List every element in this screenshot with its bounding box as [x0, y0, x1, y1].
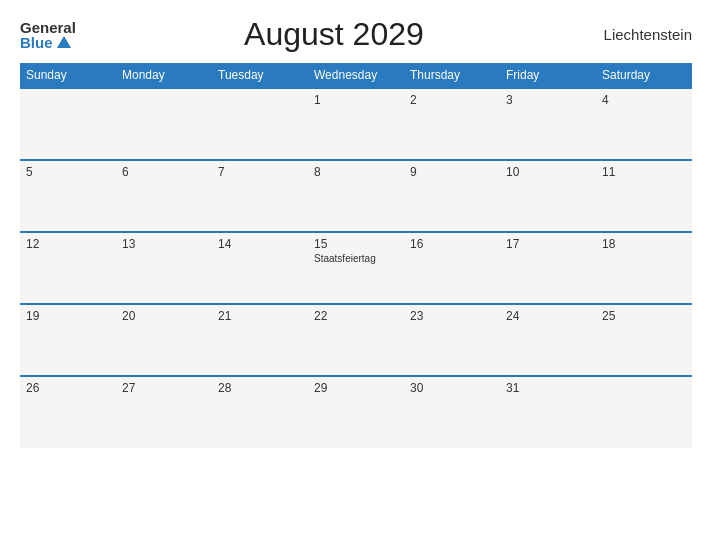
day-cell-w2-d0: 5 [20, 160, 116, 232]
day-cell-w3-d4: 16 [404, 232, 500, 304]
col-sunday: Sunday [20, 63, 116, 88]
day-number: 4 [602, 93, 686, 107]
country-label: Liechtenstein [592, 26, 692, 43]
day-cell-w3-d3: 15Staatsfeiertag [308, 232, 404, 304]
day-number: 26 [26, 381, 110, 395]
week-row-4: 19202122232425 [20, 304, 692, 376]
day-number: 14 [218, 237, 302, 251]
col-wednesday: Wednesday [308, 63, 404, 88]
day-cell-w3-d1: 13 [116, 232, 212, 304]
week-row-5: 262728293031 [20, 376, 692, 448]
day-cell-w5-d4: 30 [404, 376, 500, 448]
day-cell-w3-d5: 17 [500, 232, 596, 304]
page: General Blue August 2029 Liechtenstein S… [0, 0, 712, 550]
day-number: 19 [26, 309, 110, 323]
col-monday: Monday [116, 63, 212, 88]
day-number: 18 [602, 237, 686, 251]
day-cell-w1-d0 [20, 88, 116, 160]
day-cell-w1-d2 [212, 88, 308, 160]
col-saturday: Saturday [596, 63, 692, 88]
day-cell-w2-d6: 11 [596, 160, 692, 232]
day-number: 5 [26, 165, 110, 179]
day-number: 6 [122, 165, 206, 179]
day-number: 1 [314, 93, 398, 107]
logo-blue-text: Blue [20, 35, 53, 50]
day-cell-w2-d3: 8 [308, 160, 404, 232]
day-number: 17 [506, 237, 590, 251]
day-cell-w4-d4: 23 [404, 304, 500, 376]
day-number: 9 [410, 165, 494, 179]
day-cell-w2-d2: 7 [212, 160, 308, 232]
event-label: Staatsfeiertag [314, 253, 398, 264]
day-cell-w5-d0: 26 [20, 376, 116, 448]
logo-general-text: General [20, 20, 76, 35]
col-tuesday: Tuesday [212, 63, 308, 88]
day-cell-w2-d5: 10 [500, 160, 596, 232]
day-cell-w3-d2: 14 [212, 232, 308, 304]
week-row-1: 1234 [20, 88, 692, 160]
day-number: 27 [122, 381, 206, 395]
day-number: 28 [218, 381, 302, 395]
day-number: 29 [314, 381, 398, 395]
day-cell-w4-d3: 22 [308, 304, 404, 376]
day-cell-w2-d4: 9 [404, 160, 500, 232]
day-number: 13 [122, 237, 206, 251]
day-number: 7 [218, 165, 302, 179]
day-number: 24 [506, 309, 590, 323]
day-number: 8 [314, 165, 398, 179]
day-cell-w1-d4: 2 [404, 88, 500, 160]
day-cell-w5-d6 [596, 376, 692, 448]
day-number: 30 [410, 381, 494, 395]
calendar-table: Sunday Monday Tuesday Wednesday Thursday… [20, 63, 692, 448]
day-number: 11 [602, 165, 686, 179]
day-number: 15 [314, 237, 398, 251]
day-number: 10 [506, 165, 590, 179]
day-cell-w5-d5: 31 [500, 376, 596, 448]
day-number: 23 [410, 309, 494, 323]
day-number: 22 [314, 309, 398, 323]
day-cell-w5-d2: 28 [212, 376, 308, 448]
week-row-3: 12131415Staatsfeiertag161718 [20, 232, 692, 304]
day-cell-w4-d1: 20 [116, 304, 212, 376]
day-cell-w1-d3: 1 [308, 88, 404, 160]
header: General Blue August 2029 Liechtenstein [20, 16, 692, 53]
day-cell-w2-d1: 6 [116, 160, 212, 232]
day-number: 20 [122, 309, 206, 323]
day-number: 16 [410, 237, 494, 251]
col-friday: Friday [500, 63, 596, 88]
col-thursday: Thursday [404, 63, 500, 88]
day-number: 2 [410, 93, 494, 107]
day-number: 31 [506, 381, 590, 395]
day-cell-w5-d1: 27 [116, 376, 212, 448]
logo: General Blue [20, 20, 76, 50]
logo-blue-row: Blue [20, 35, 71, 50]
day-cell-w4-d2: 21 [212, 304, 308, 376]
day-cell-w5-d3: 29 [308, 376, 404, 448]
day-number: 3 [506, 93, 590, 107]
day-number: 21 [218, 309, 302, 323]
weekday-header-row: Sunday Monday Tuesday Wednesday Thursday… [20, 63, 692, 88]
day-number: 25 [602, 309, 686, 323]
day-cell-w3-d0: 12 [20, 232, 116, 304]
day-cell-w1-d1 [116, 88, 212, 160]
day-cell-w1-d5: 3 [500, 88, 596, 160]
calendar-title: August 2029 [76, 16, 592, 53]
day-cell-w3-d6: 18 [596, 232, 692, 304]
day-cell-w4-d5: 24 [500, 304, 596, 376]
day-cell-w4-d6: 25 [596, 304, 692, 376]
logo-triangle-icon [57, 36, 71, 48]
day-cell-w4-d0: 19 [20, 304, 116, 376]
day-number: 12 [26, 237, 110, 251]
week-row-2: 567891011 [20, 160, 692, 232]
day-cell-w1-d6: 4 [596, 88, 692, 160]
